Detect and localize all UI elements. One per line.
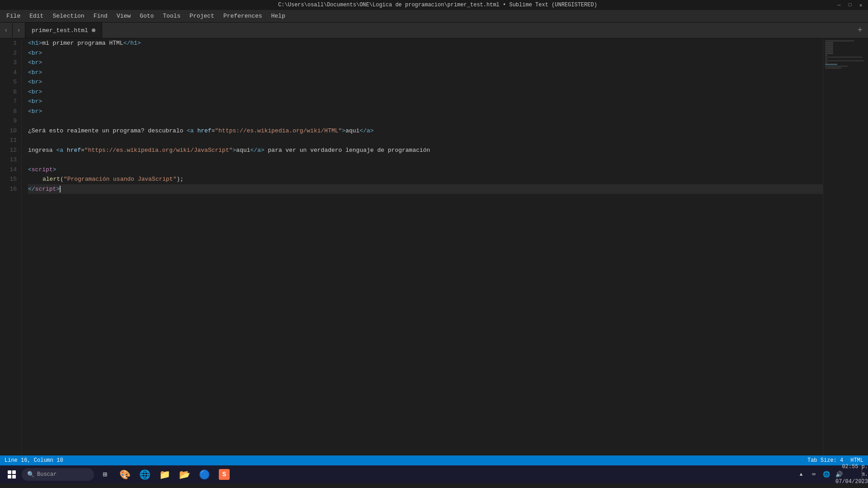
taskbar-app-chrome[interactable]: 🔵 [195, 466, 213, 483]
line-number-5: 5 [2, 77, 17, 87]
chevron-up-icon[interactable]: ▲ [797, 470, 806, 479]
menu-item-file[interactable]: File [2, 11, 25, 21]
code-line-5: <br> [28, 77, 823, 87]
network-icon[interactable]: 🌐 [822, 470, 831, 479]
menu-item-selection[interactable]: Selection [48, 11, 89, 21]
line-number-4: 4 [2, 68, 17, 78]
search-label: Buscar [37, 471, 57, 478]
line-number-14: 14 [2, 165, 17, 175]
title-bar-controls: — □ ✕ [835, 2, 864, 8]
code-line-10: ¿Será esto realmente un programa? descub… [28, 126, 823, 136]
menu-item-preferences[interactable]: Preferences [219, 11, 267, 21]
taskbar-app-files[interactable]: 📁 [156, 466, 174, 483]
code-line-12: ingresa <a href="https://es.wikipedia.or… [28, 145, 823, 155]
code-line-8: <br> [28, 107, 823, 117]
line-number-15: 15 [2, 174, 17, 184]
taskbar-app-browser-ms[interactable]: 🌐 [136, 466, 154, 483]
tab-bar: ‹ › primer_test.html + [0, 23, 868, 38]
taskbar-app-sublime[interactable]: S [215, 466, 233, 483]
code-line-6: <br> [28, 87, 823, 97]
task-view-button[interactable]: ⊞ [96, 466, 114, 483]
line-number-2: 2 [2, 48, 17, 58]
code-line-11 [28, 136, 823, 145]
line-number-8: 8 [2, 107, 17, 117]
code-content[interactable]: <h1>mi primer programa HTML</h1><br><br>… [22, 38, 823, 455]
clock-icon: 02:55 p. m. 07/04/2023 [847, 470, 856, 479]
menu-item-project[interactable]: Project [185, 11, 219, 21]
taskbar-app-emoji[interactable]: 🎨 [116, 466, 134, 483]
menu-item-tools[interactable]: Tools [158, 11, 185, 21]
keyboard-icon[interactable]: ⌨ [809, 470, 818, 479]
tab-modified-dot [92, 28, 95, 32]
tab-back-button[interactable]: ‹ [0, 23, 13, 38]
code-line-16: </script> [28, 184, 823, 194]
sublime-icon: S [219, 469, 230, 480]
line-number-12: 12 [2, 145, 17, 155]
code-line-9 [28, 116, 823, 126]
line-number-7: 7 [2, 97, 17, 107]
start-button[interactable] [4, 466, 20, 483]
line-number-13: 13 [2, 155, 17, 165]
code-line-15: alert("Programación usando JavaScript"); [28, 174, 823, 184]
menu-item-goto[interactable]: Goto [135, 11, 158, 21]
minimap [823, 38, 868, 455]
code-line-3: <br> [28, 58, 823, 68]
code-line-14: <script> [28, 165, 823, 175]
line-number-16: 16 [2, 184, 17, 194]
taskbar-search[interactable]: 🔍 Buscar [22, 468, 94, 481]
taskbar-app-file-manager[interactable]: 📂 [175, 466, 193, 483]
menu-item-find[interactable]: Find [89, 11, 112, 21]
title-bar: C:\Users\osall\Documents\ONE\Logica de p… [0, 0, 868, 10]
line-number-11: 11 [2, 136, 17, 145]
line-number-9: 9 [2, 116, 17, 126]
title-bar-title: C:\Users\osall\Documents\ONE\Logica de p… [40, 2, 835, 8]
menu-item-view[interactable]: View [112, 11, 135, 21]
status-left: Line 16, Column 10 [5, 457, 63, 464]
new-tab-button[interactable]: + [852, 23, 868, 38]
taskbar-right: ▲ ⌨ 🌐 🔊 02:55 p. m. 07/04/2023 [797, 467, 864, 482]
editor-area: 12345678910111213141516 <h1>mi primer pr… [0, 38, 868, 455]
status-bar: Line 16, Column 10 Tab Size: 4 HTML [0, 455, 868, 465]
taskbar: 🔍 Buscar ⊞ 🎨 🌐 📁 📂 🔵 S ▲ ⌨ 🌐 🔊 02:55 p. … [0, 465, 868, 483]
tab-label: primer_test.html [32, 27, 88, 34]
show-desktop-button[interactable] [862, 467, 864, 482]
minimize-button[interactable]: — [835, 2, 843, 8]
tab-forward-button[interactable]: › [13, 23, 25, 38]
line-number-10: 10 [2, 126, 17, 136]
code-line-13 [28, 155, 823, 165]
menu-item-edit[interactable]: Edit [25, 11, 48, 21]
line-col-indicator: Line 16, Column 10 [5, 457, 63, 464]
text-cursor [60, 186, 61, 192]
line-number-6: 6 [2, 87, 17, 97]
close-button[interactable]: ✕ [857, 2, 864, 8]
menu-bar: FileEditSelectionFindViewGotoToolsProjec… [0, 10, 868, 23]
code-line-1: <h1>mi primer programa HTML</h1> [28, 38, 823, 48]
code-line-7: <br> [28, 97, 823, 107]
line-numbers: 12345678910111213141516 [0, 38, 22, 455]
minimap-content [823, 38, 868, 71]
menu-item-help[interactable]: Help [267, 11, 290, 21]
code-line-2: <br> [28, 48, 823, 58]
code-line-4: <br> [28, 68, 823, 78]
tab-primer-test[interactable]: primer_test.html [25, 23, 102, 38]
maximize-button[interactable]: □ [846, 2, 854, 8]
search-icon: 🔍 [27, 471, 34, 478]
line-number-3: 3 [2, 58, 17, 68]
line-number-1: 1 [2, 38, 17, 48]
